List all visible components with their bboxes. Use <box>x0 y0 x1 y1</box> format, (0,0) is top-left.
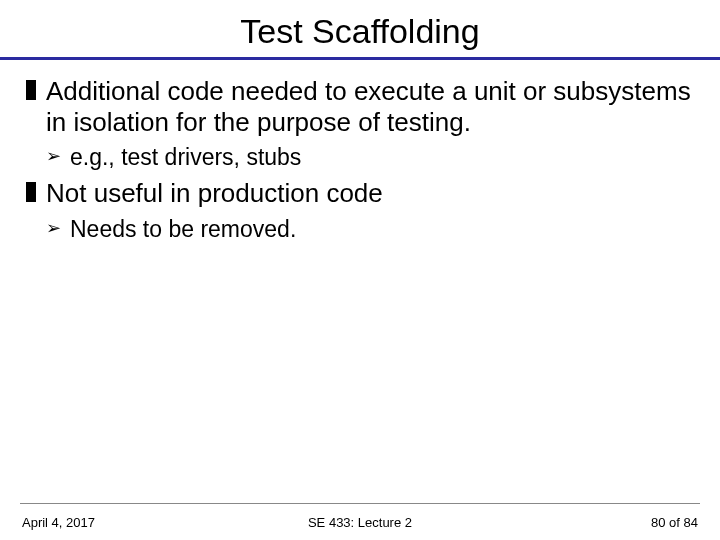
square-bullet-icon <box>26 182 36 202</box>
bullet-text: Not useful in production code <box>46 178 383 208</box>
sub-bullet-item: ➢ e.g., test drivers, stubs <box>46 143 694 172</box>
bullet-item: Not useful in production code <box>26 178 694 209</box>
square-bullet-icon <box>26 80 36 100</box>
sub-bullet-item: ➢ Needs to be removed. <box>46 215 694 244</box>
arrow-bullet-icon: ➢ <box>46 145 61 168</box>
slide-title: Test Scaffolding <box>0 0 720 57</box>
footer-divider <box>20 503 700 504</box>
footer-page-number: 80 of 84 <box>651 515 698 530</box>
content-area: Additional code needed to execute a unit… <box>0 60 720 244</box>
footer-course: SE 433: Lecture 2 <box>0 515 720 530</box>
arrow-bullet-icon: ➢ <box>46 217 61 240</box>
bullet-item: Additional code needed to execute a unit… <box>26 76 694 137</box>
sub-bullet-text: e.g., test drivers, stubs <box>70 144 301 170</box>
sub-bullet-text: Needs to be removed. <box>70 216 296 242</box>
bullet-text: Additional code needed to execute a unit… <box>46 76 691 137</box>
